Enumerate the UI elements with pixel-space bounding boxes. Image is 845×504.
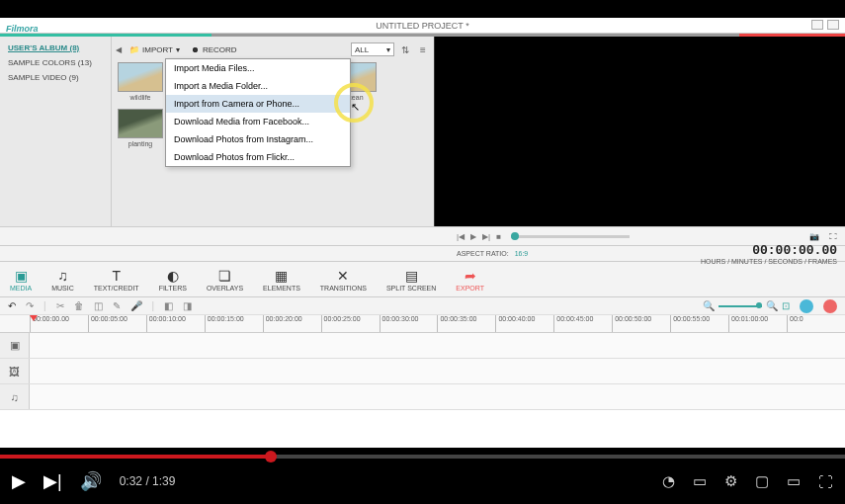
record-icon: ⏺ xyxy=(192,45,200,54)
aspect-ratio-value: 16:9 xyxy=(515,250,529,257)
record-label: RECORD xyxy=(203,45,237,54)
tab-music[interactable]: ♫MUSIC xyxy=(51,268,74,292)
dropdown-item-import-files[interactable]: Import Media Files... xyxy=(166,59,350,77)
youtube-player-bar: ▶ ▶| 🔊 0:32 / 1:39 ◔ ▭ ⚙ ▢ ▭ ⛶ xyxy=(0,455,845,504)
ruler-tick: 00:00:00.00 xyxy=(30,315,88,332)
elements-icon: ▦ xyxy=(275,268,288,284)
notification-icon[interactable] xyxy=(823,299,837,313)
preview-scrubber[interactable] xyxy=(511,235,630,238)
next-frame-button[interactable]: ▶| xyxy=(482,232,490,241)
yt-progress-bar[interactable] xyxy=(0,455,845,459)
dropdown-item-instagram[interactable]: Download Photos from Instagram... xyxy=(166,130,350,148)
delete-button[interactable]: 🗑 xyxy=(74,300,84,311)
letterbox xyxy=(0,448,845,455)
dropdown-item-import-folder[interactable]: Import a Media Folder... xyxy=(166,77,350,95)
filter-value: ALL xyxy=(355,45,369,54)
tool-b[interactable]: ◨ xyxy=(183,300,192,311)
yt-settings-button[interactable]: ⚙ xyxy=(724,472,737,490)
zoom-in-button[interactable]: 🔍 xyxy=(766,300,778,311)
caret-down-icon: ▾ xyxy=(386,45,390,54)
ruler-tick: 00:00:40:00 xyxy=(495,315,553,332)
timeline-toolbar: ↶ ↷ | ✂ 🗑 ◫ ✎ 🎤 | ◧ ◨ 🔍 🔍 ⊡ xyxy=(0,297,845,315)
yt-miniplayer-button[interactable]: ▢ xyxy=(755,472,769,490)
ruler-tick: 00:00:55:00 xyxy=(670,315,728,332)
timecode-label: HOURS / MINUTES / SECONDS / FRAMES xyxy=(701,258,837,265)
dropdown-item-flickr[interactable]: Download Photos from Flickr... xyxy=(166,148,350,166)
caret-down-icon: ▾ xyxy=(176,45,180,54)
playhead-icon[interactable] xyxy=(30,315,38,321)
split-icon: ▤ xyxy=(405,268,418,284)
tool-a[interactable]: ◧ xyxy=(164,300,173,311)
filter-select[interactable]: ALL ▾ xyxy=(351,42,394,56)
yt-time: 0:32 / 1:39 xyxy=(120,474,176,488)
zoom-fit-button[interactable]: ⊡ xyxy=(782,300,790,311)
yt-volume-button[interactable]: 🔊 xyxy=(80,470,102,492)
tab-media[interactable]: ▣MEDIA xyxy=(10,268,32,292)
image-track-icon: 🖼 xyxy=(0,359,30,383)
ruler-tick: 00:00:25:00 xyxy=(321,315,380,332)
audio-track-icon: ♫ xyxy=(0,384,30,409)
folder-icon: 📁 xyxy=(129,45,139,54)
sidebar-item-users-album[interactable]: USER'S ALBUM (8) xyxy=(0,41,111,55)
tab-split-screen[interactable]: ▤SPLIT SCREEN xyxy=(386,268,436,292)
tab-elements[interactable]: ▦ELEMENTS xyxy=(263,268,300,292)
sort-icon[interactable]: ⇅ xyxy=(398,44,412,55)
redo-button[interactable]: ↷ xyxy=(26,300,34,311)
snapshot-button[interactable]: 📷 xyxy=(809,232,819,241)
ruler-tick: 00:00:20:00 xyxy=(263,315,321,332)
yt-fullscreen-button[interactable]: ⛶ xyxy=(818,473,833,490)
dropdown-item-facebook[interactable]: Download Media from Facebook... xyxy=(166,113,350,130)
edit-button[interactable]: ✎ xyxy=(113,300,121,311)
yt-subtitles-button[interactable]: ▭ xyxy=(693,472,707,490)
yt-scrubber[interactable] xyxy=(265,451,277,462)
import-button[interactable]: 📁 IMPORT ▾ xyxy=(126,43,184,56)
yt-watch-later-button[interactable]: ◔ xyxy=(662,472,675,490)
sidebar: USER'S ALBUM (8) SAMPLE COLORS (13) SAMP… xyxy=(0,37,112,226)
window-max-button[interactable] xyxy=(827,20,839,30)
import-dropdown: Import Media Files... Import a Media Fol… xyxy=(165,58,351,167)
ruler-tick: 00:00:45:00 xyxy=(553,315,612,332)
app-window: Filmora UNTITLED PROJECT * USER'S ALBUM … xyxy=(0,18,845,455)
tab-overlays[interactable]: ❏OVERLAYS xyxy=(207,268,243,292)
fullscreen-button[interactable]: ⛶ xyxy=(829,232,837,241)
voice-button[interactable]: 🎤 xyxy=(130,300,142,311)
yt-theater-button[interactable]: ▭ xyxy=(787,472,801,490)
cut-button[interactable]: ✂ xyxy=(56,300,64,311)
yt-play-button[interactable]: ▶ xyxy=(12,470,26,492)
tab-filters[interactable]: ◐FILTERS xyxy=(159,268,187,292)
timeline-ruler[interactable]: 00:00:00.00 00:00:05:00 00:00:10:00 00:0… xyxy=(0,315,845,333)
list-view-icon[interactable]: ≡ xyxy=(416,44,430,55)
window-help-button[interactable] xyxy=(811,20,823,30)
tab-export[interactable]: ➦EXPORT xyxy=(456,268,484,292)
prev-frame-button[interactable]: |◀ xyxy=(457,232,465,241)
undo-button[interactable]: ↶ xyxy=(8,300,16,311)
nav-back-icon[interactable]: ◀ xyxy=(116,45,122,54)
text-icon: T xyxy=(112,268,121,284)
sidebar-item-sample-colors[interactable]: SAMPLE COLORS (13) xyxy=(0,55,111,70)
avatar-icon[interactable] xyxy=(800,299,813,313)
music-icon: ♫ xyxy=(57,268,68,284)
filters-icon: ◐ xyxy=(167,268,179,284)
overlays-icon: ❏ xyxy=(218,268,231,284)
dropdown-item-import-camera[interactable]: Import from Camera or Phone... ↖ xyxy=(166,95,350,113)
crop-button[interactable]: ◫ xyxy=(94,300,103,311)
zoom-slider[interactable] xyxy=(718,305,762,307)
media-panel: ◀ 📁 IMPORT ▾ ⏺ RECORD ALL ▾ ⇅ ≡ xyxy=(112,37,434,226)
zoom-out-button[interactable]: 🔍 xyxy=(703,300,715,311)
media-thumb[interactable]: wildlife xyxy=(118,62,163,101)
sidebar-item-sample-video[interactable]: SAMPLE VIDEO (9) xyxy=(0,70,111,85)
stop-button[interactable]: ■ xyxy=(496,232,501,241)
yt-next-button[interactable]: ▶| xyxy=(43,470,62,492)
video-track[interactable]: ▣ xyxy=(0,333,845,359)
tab-text[interactable]: TTEXT/CREDIT xyxy=(94,268,139,292)
record-button[interactable]: ⏺ RECORD xyxy=(188,43,241,56)
play-button[interactable]: ▶ xyxy=(470,232,476,241)
media-thumb[interactable]: planting xyxy=(118,109,163,147)
ruler-tick: 00:00:10:00 xyxy=(146,315,205,332)
audio-track[interactable]: ♫ xyxy=(0,384,845,410)
tab-transitions[interactable]: ✕TRANSITIONS xyxy=(320,268,367,292)
aspect-ratio-label: ASPECT RATIO: xyxy=(457,250,509,257)
image-track[interactable]: 🖼 xyxy=(0,359,845,384)
transitions-icon: ✕ xyxy=(337,268,349,284)
ruler-tick: 00:00:30:00 xyxy=(380,315,438,332)
